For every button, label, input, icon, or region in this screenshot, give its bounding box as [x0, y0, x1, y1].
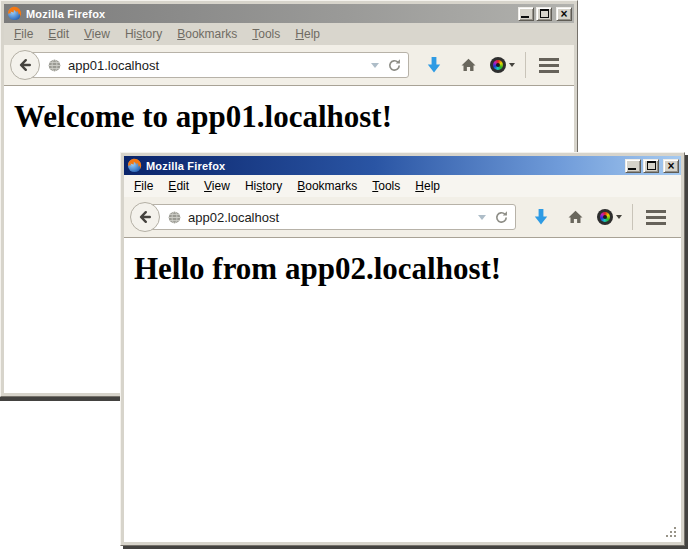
resize-grip[interactable] [666, 527, 678, 539]
firefox-icon [127, 158, 142, 173]
menu-hamburger-button[interactable] [639, 201, 673, 233]
titlebar[interactable]: Mozilla Firefox × [4, 4, 574, 23]
firefox-icon [7, 6, 22, 21]
menu-hamburger-button[interactable] [532, 49, 566, 81]
url-bar[interactable]: app01.localhost [26, 52, 409, 78]
menu-bookmarks[interactable]: Bookmarks [291, 177, 363, 195]
reload-icon[interactable] [494, 210, 509, 225]
globe-icon[interactable] [167, 210, 182, 225]
url-bar[interactable]: app02.localhost [146, 204, 516, 230]
menu-view[interactable]: View [198, 177, 236, 195]
page-heading: Hello from app02.localhost! [134, 252, 681, 286]
addon-colorwheel-button[interactable] [592, 201, 626, 233]
close-icon: × [667, 161, 674, 171]
urlbar-dropdown-icon[interactable] [371, 63, 379, 68]
colorwheel-icon [490, 57, 506, 73]
menu-tools[interactable]: Tools [366, 177, 406, 195]
globe-icon[interactable] [47, 58, 62, 73]
menu-edit[interactable]: Edit [42, 25, 75, 43]
menu-help[interactable]: Help [409, 177, 446, 195]
urlbar-dropdown-icon[interactable] [478, 215, 486, 220]
maximize-icon [540, 9, 549, 18]
dropdown-caret-icon [509, 63, 515, 67]
reload-icon[interactable] [387, 58, 402, 73]
close-icon: × [560, 9, 567, 19]
menu-history[interactable]: History [119, 25, 168, 43]
menu-bar: File Edit View History Bookmarks Tools H… [124, 175, 681, 197]
home-button[interactable] [558, 201, 592, 233]
page-content: Hello from app02.localhost! [124, 238, 681, 542]
maximize-button[interactable] [643, 159, 659, 173]
back-icon [17, 57, 33, 73]
back-icon [137, 209, 153, 225]
close-button[interactable]: × [556, 7, 572, 21]
navigation-toolbar: app02.localhost [124, 197, 681, 238]
back-button[interactable] [10, 50, 40, 80]
window-controls: × [625, 159, 679, 173]
page-heading: Welcome to app01.localhost! [14, 100, 574, 134]
menu-bar: File Edit View History Bookmarks Tools H… [4, 23, 574, 45]
back-button[interactable] [130, 202, 160, 232]
download-button[interactable] [417, 49, 451, 81]
minimize-icon [628, 168, 636, 170]
maximize-icon [647, 161, 656, 170]
menu-help[interactable]: Help [289, 25, 326, 43]
menu-bookmarks[interactable]: Bookmarks [171, 25, 243, 43]
window-title: Mozilla Firefox [26, 8, 514, 20]
menu-tools[interactable]: Tools [246, 25, 286, 43]
hamburger-icon [646, 210, 666, 225]
navigation-toolbar: app01.localhost [4, 45, 574, 86]
minimize-button[interactable] [518, 7, 534, 21]
colorwheel-icon [597, 209, 613, 225]
home-icon [460, 57, 477, 73]
menu-history[interactable]: History [239, 177, 288, 195]
url-text[interactable]: app02.localhost [188, 210, 474, 225]
home-button[interactable] [451, 49, 485, 81]
download-button[interactable] [524, 201, 558, 233]
minimize-button[interactable] [625, 159, 641, 173]
menu-view[interactable]: View [78, 25, 116, 43]
home-icon [567, 209, 584, 225]
window-controls: × [518, 7, 572, 21]
download-icon [426, 56, 442, 74]
close-button[interactable]: × [663, 159, 679, 173]
toolbar-separator [632, 204, 633, 230]
window-title: Mozilla Firefox [146, 160, 621, 172]
titlebar[interactable]: Mozilla Firefox × [124, 156, 681, 175]
download-icon [533, 208, 549, 226]
url-text[interactable]: app01.localhost [68, 58, 367, 73]
maximize-button[interactable] [536, 7, 552, 21]
menu-file[interactable]: File [8, 25, 39, 43]
addon-colorwheel-button[interactable] [485, 49, 519, 81]
minimize-icon [521, 16, 529, 18]
menu-file[interactable]: File [128, 177, 159, 195]
hamburger-icon [539, 58, 559, 73]
menu-edit[interactable]: Edit [162, 177, 195, 195]
firefox-window-app02: Mozilla Firefox × File Edit View History… [120, 152, 685, 546]
toolbar-separator [525, 52, 526, 78]
dropdown-caret-icon [616, 215, 622, 219]
